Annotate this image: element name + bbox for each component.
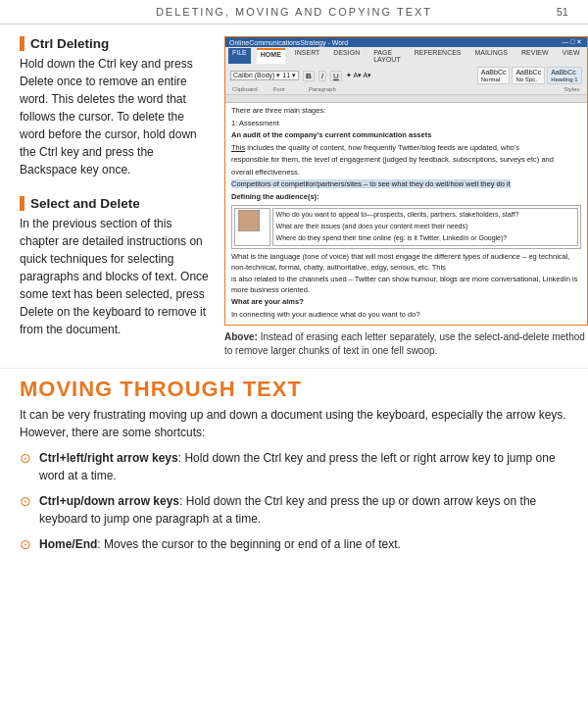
underline-btn[interactable]: U	[330, 71, 342, 81]
bullet-item-2: ⊙ Ctrl+up/down arrow keys: Hold down the…	[20, 492, 568, 528]
italic-btn[interactable]: I	[318, 71, 326, 81]
doc-line-11: In connecting with your audience what do…	[231, 310, 581, 321]
bullet-key-3: Home/End	[39, 537, 97, 551]
word-ruler	[225, 95, 587, 103]
doc-table-line3: Where do they spend their time online (e…	[276, 233, 574, 243]
moving-title: MOVING THROUGH TEXT	[20, 377, 568, 402]
word-titlebar-text: OnlineCommunicationsStrategy - Word	[229, 39, 348, 46]
moving-section: MOVING THROUGH TEXT It can be very frust…	[0, 368, 588, 565]
left-column: Ctrl Deleting Hold down the Ctrl key and…	[20, 36, 211, 358]
doc-highlight-row: Competitors of competitor/partners/sites…	[231, 179, 581, 190]
doc-table-text-cell: Who do you want to appeal to—prospects, …	[272, 208, 578, 246]
ctrl-deleting-heading: Ctrl Deleting	[20, 36, 211, 51]
doc-line-4: This includes the quality of content, ho…	[231, 143, 581, 154]
style-normal[interactable]: AaBbCcNormal	[477, 67, 511, 84]
moving-intro: It can be very frustrating moving up and…	[20, 406, 568, 441]
caption-label: Above:	[224, 331, 258, 342]
paragraph-label: Paragraph	[309, 86, 336, 92]
font-selector[interactable]: Calibri (Body) ▾ 11 ▾	[230, 71, 299, 80]
doc-line-9: is also related to the channels used – T…	[231, 275, 581, 295]
doc-photo	[238, 210, 260, 231]
doc-line-2: 1: Assessment	[231, 119, 581, 129]
style-heading1[interactable]: AaBbCcHeading 1	[547, 67, 581, 84]
main-content: Ctrl Deleting Hold down the Ctrl key and…	[0, 25, 588, 368]
styles-label: Styles	[564, 86, 579, 92]
tab-insert[interactable]: INSERT	[291, 48, 324, 64]
clipboard-label: Clipboard	[232, 86, 258, 92]
word-screenshot: OnlineCommunicationsStrategy - Word — □ …	[224, 36, 588, 326]
bullet-icon-1: ⊙	[20, 448, 31, 469]
word-toolbar: Calibri (Body) ▾ 11 ▾ B I U ✦ A▾ A▾ AaBb…	[228, 66, 584, 85]
right-column: OnlineCommunicationsStrategy - Word — □ …	[224, 36, 588, 358]
bullet-item-1: ⊙ Ctrl+left/right arrow keys: Hold down …	[20, 449, 568, 484]
tab-review[interactable]: REVIEW	[517, 48, 553, 64]
doc-bold-2: Defining the audience(s):	[231, 192, 319, 201]
bullet-desc-3: : Moves the cursor to the beginning or e…	[97, 537, 401, 551]
bullet-key-2: Ctrl+up/down arrow keys	[39, 494, 179, 508]
caption-body: Instead of erasing each letter separatel…	[224, 331, 585, 356]
tab-page-layout[interactable]: PAGE LAYOUT	[369, 48, 405, 64]
doc-underline-1: This	[231, 143, 245, 152]
doc-line-6: overall effectiveness.	[231, 168, 581, 178]
select-delete-body: In the previous section of this chapter …	[20, 215, 211, 338]
bullet-list: ⊙ Ctrl+left/right arrow keys: Hold down …	[20, 449, 568, 555]
page-header-title: DELETING, MOVING AND COPYING TEXT	[156, 6, 432, 18]
bold-btn[interactable]: B	[303, 71, 315, 81]
style-no-spacing[interactable]: AaBbCcNo Spc.	[512, 67, 545, 84]
ctrl-deleting-section: Ctrl Deleting Hold down the Ctrl key and…	[20, 36, 211, 178]
font-label: Font	[273, 86, 285, 92]
word-titlebar-controls: — □ ✕	[562, 38, 582, 46]
bullet-text-1: Ctrl+left/right arrow keys: Hold down th…	[39, 449, 568, 484]
screenshot-caption: Above: Instead of erasing each letter se…	[224, 330, 588, 358]
ribbon-group-labels: Clipboard Font Paragraph Styles	[228, 85, 584, 93]
doc-line-7: Defining the audience(s):	[231, 192, 581, 203]
word-document-content: There are three main stages: 1: Assessme…	[225, 103, 587, 325]
page-header: DELETING, MOVING AND COPYING TEXT 51	[0, 0, 588, 25]
doc-line-3: An audit of the company's current commun…	[231, 130, 581, 141]
toolbar-extras: ✦ A▾ A▾	[346, 72, 371, 79]
doc-table-photo-cell	[234, 208, 270, 246]
bullet-text-3: Home/End: Moves the cursor to the beginn…	[39, 535, 568, 553]
word-titlebar: OnlineCommunicationsStrategy - Word — □ …	[225, 37, 587, 47]
bullet-text-2: Ctrl+up/down arrow keys: Hold down the C…	[39, 492, 568, 528]
tab-mailings[interactable]: MAILINGS	[471, 48, 512, 64]
doc-bold-line: An audit of the company's current commun…	[231, 130, 431, 139]
ribbon-tabs: FILE HOME INSERT DESIGN PAGE LAYOUT REFE…	[228, 48, 584, 64]
doc-line-5: responsible for them, the level of engag…	[231, 155, 581, 166]
doc-table-line1: Who do you want to appeal to—prospects, …	[276, 210, 574, 220]
doc-highlight-text: Competitors of competitor/partners/sites…	[231, 179, 511, 188]
word-ribbon: FILE HOME INSERT DESIGN PAGE LAYOUT REFE…	[225, 47, 587, 95]
select-delete-heading: Select and Delete	[20, 196, 211, 211]
styles-group: AaBbCcNormal AaBbCcNo Spc. AaBbCcHeading…	[477, 67, 582, 84]
doc-line-8: What is the language (tone of voice) tha…	[231, 252, 581, 273]
tab-references[interactable]: REFERENCES	[411, 48, 466, 64]
bullet-icon-2: ⊙	[20, 491, 31, 512]
bullet-item-3: ⊙ Home/End: Moves the cursor to the begi…	[20, 535, 568, 555]
select-delete-section: Select and Delete In the previous sectio…	[20, 196, 211, 338]
doc-bold-3: What are your aims?	[231, 297, 304, 306]
bullet-icon-3: ⊙	[20, 534, 31, 555]
doc-mini-table: Who do you want to appeal to—prospects, …	[231, 205, 581, 249]
doc-table-line2: What are their issues (and does your con…	[276, 222, 574, 231]
tab-home[interactable]: HOME	[257, 48, 285, 64]
bullet-key-1: Ctrl+left/right arrow keys	[39, 451, 178, 465]
tab-file[interactable]: FILE	[228, 48, 251, 64]
doc-line-1: There are three main stages:	[231, 106, 581, 117]
ctrl-deleting-body: Hold down the Ctrl key and press Delete …	[20, 55, 211, 178]
tab-design[interactable]: DESIGN	[329, 48, 364, 64]
doc-line-10: What are your aims?	[231, 297, 581, 308]
page-number: 51	[557, 6, 568, 18]
tab-view[interactable]: VIEW	[559, 48, 584, 64]
